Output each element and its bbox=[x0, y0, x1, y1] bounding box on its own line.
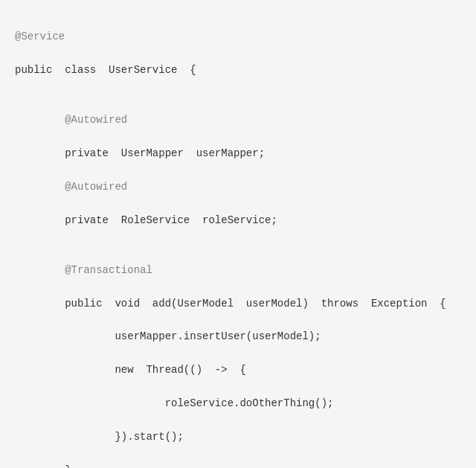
code-line: private RoleService roleService; bbox=[15, 212, 461, 228]
code-line: @Service bbox=[15, 28, 461, 45]
code-line: @Autowired bbox=[15, 179, 461, 195]
code-line: @Autowired bbox=[15, 112, 461, 128]
code-line: }).start(); bbox=[15, 429, 461, 445]
code-line: @Transactional bbox=[15, 262, 461, 278]
code-line: roleService.doOtherThing(); bbox=[15, 395, 461, 411]
code-line: public class UserService { bbox=[15, 62, 461, 78]
code-line: userMapper.insertUser(userModel); bbox=[15, 328, 461, 344]
code-line-empty bbox=[15, 245, 461, 261]
code-line: private UserMapper userMapper; bbox=[15, 145, 461, 161]
code-line: new Thread(() -> { bbox=[15, 362, 461, 378]
code-line: public void add(UserModel userModel) thr… bbox=[15, 295, 461, 312]
code-line-empty bbox=[15, 95, 461, 112]
code-block: @Service public class UserService { @Aut… bbox=[0, 0, 476, 468]
code-line: } bbox=[15, 462, 461, 468]
